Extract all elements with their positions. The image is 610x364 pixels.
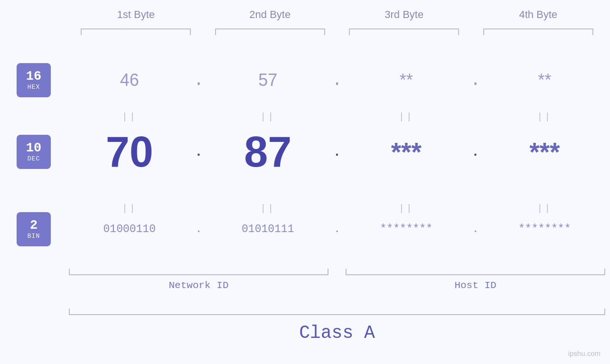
byte3-header: 3rd Byte bbox=[337, 9, 471, 21]
dec-b3: *** bbox=[346, 139, 467, 165]
dec-badge: 10 DEC bbox=[17, 135, 51, 169]
hex-b2: 57 bbox=[207, 70, 329, 90]
eq2-c1: || bbox=[69, 203, 190, 214]
dec-dot-2: . bbox=[328, 145, 346, 159]
eq1-c2: || bbox=[207, 112, 329, 122]
dec-row: 10 DEC 70 . 87 . *** . *** bbox=[69, 131, 605, 173]
eq1-c3: || bbox=[346, 112, 467, 122]
bottom-brackets-row bbox=[69, 269, 605, 275]
id-labels: Network ID Host ID bbox=[69, 280, 605, 291]
id-labels-gap bbox=[328, 280, 346, 291]
bin-dot-1: . bbox=[190, 224, 207, 235]
watermark: ipshu.com bbox=[568, 349, 601, 357]
network-id-label: Network ID bbox=[69, 280, 328, 291]
dec-badge-label: DEC bbox=[28, 155, 40, 162]
bracket-cell-3 bbox=[337, 28, 471, 35]
hex-b3: ** bbox=[346, 70, 467, 90]
hex-b1: 46 bbox=[69, 70, 190, 90]
bracket-line-3 bbox=[349, 28, 459, 35]
hex-dot-1: . bbox=[190, 71, 207, 90]
eq2-c4: || bbox=[484, 203, 606, 214]
bin-dot-2: . bbox=[328, 224, 346, 235]
hex-badge: 16 HEX bbox=[17, 63, 51, 97]
bin-badge-number: 2 bbox=[30, 219, 38, 233]
bracket-cell-2 bbox=[203, 28, 338, 35]
bin-row: 2 BIN 01000110 . 01010111 . ******** . *… bbox=[69, 223, 605, 235]
dec-b1: 70 bbox=[69, 131, 190, 173]
byte1-header: 1st Byte bbox=[69, 9, 203, 21]
bin-b3: ******** bbox=[346, 223, 467, 235]
bracket-cell-4 bbox=[471, 28, 606, 35]
hex-badge-number: 16 bbox=[26, 70, 41, 84]
bin-dot-3: . bbox=[467, 224, 484, 235]
hex-row: 16 HEX 46 . 57 . ** . ** bbox=[69, 70, 605, 90]
byte2-header: 2nd Byte bbox=[203, 9, 338, 21]
bracket-line-4 bbox=[483, 28, 593, 35]
dec-b2: 87 bbox=[207, 131, 329, 173]
host-id-bracket bbox=[346, 269, 605, 275]
top-brackets bbox=[69, 28, 605, 35]
hex-badge-label: HEX bbox=[28, 84, 40, 91]
network-id-bracket bbox=[69, 269, 328, 275]
dec-b4: *** bbox=[484, 139, 606, 165]
dec-dot-1: . bbox=[190, 145, 207, 159]
bracket-cell-1 bbox=[69, 28, 203, 35]
bin-badge: 2 BIN bbox=[17, 212, 51, 246]
bin-b1: 01000110 bbox=[69, 223, 190, 235]
hex-b4: ** bbox=[484, 70, 606, 90]
class-label: Class A bbox=[69, 323, 605, 343]
eq2-c2: || bbox=[207, 203, 329, 214]
byte-headers: 1st Byte 2nd Byte 3rd Byte 4th Byte bbox=[69, 9, 605, 21]
bracket-gap bbox=[328, 269, 346, 275]
overall-bracket bbox=[69, 308, 605, 315]
hex-dot-2: . bbox=[328, 71, 346, 90]
page: 1st Byte 2nd Byte 3rd Byte 4th Byte 16 H… bbox=[0, 0, 610, 364]
equals-row-2: || || || || bbox=[69, 203, 605, 214]
eq1-c1: || bbox=[69, 112, 190, 122]
bin-b2: 01010111 bbox=[207, 223, 329, 235]
bracket-line-1 bbox=[81, 28, 191, 35]
host-id-label: Host ID bbox=[346, 280, 605, 291]
bin-badge-label: BIN bbox=[28, 233, 40, 240]
byte4-header: 4th Byte bbox=[471, 9, 606, 21]
bin-b4: ******** bbox=[484, 223, 606, 235]
hex-dot-3: . bbox=[467, 71, 484, 90]
dec-badge-number: 10 bbox=[26, 141, 41, 156]
bracket-line-2 bbox=[215, 28, 325, 35]
eq1-c4: || bbox=[484, 112, 606, 122]
dec-dot-3: . bbox=[467, 145, 484, 159]
equals-row-1: || || || || bbox=[69, 112, 605, 122]
eq2-c3: || bbox=[346, 203, 467, 214]
